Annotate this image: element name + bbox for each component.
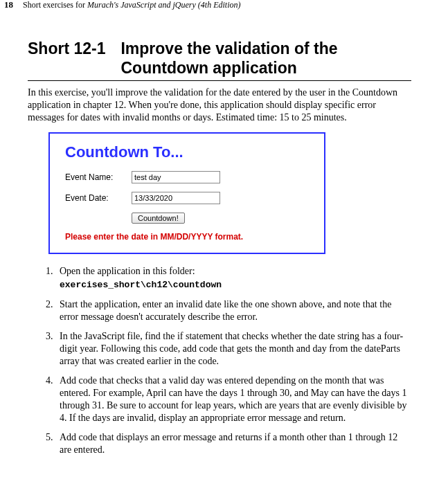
steps-list: Open the application in this folder: exe… (28, 265, 411, 456)
event-name-label: Event Name: (65, 172, 132, 182)
running-title-prefix: Short exercises for (23, 0, 87, 10)
exercise-title: Short 12-1 Improve the validation of the… (28, 39, 411, 78)
step-4: Add code that checks that a valid day wa… (55, 375, 411, 424)
error-message: Please enter the date in MM/DD/YYYY form… (65, 232, 309, 242)
running-title: Short exercises for Murach's JavaScript … (23, 0, 241, 10)
exercise-number: Short 12-1 (28, 39, 120, 58)
step-5: Add code that displays an error message … (55, 431, 411, 456)
application-screenshot: Countdown To... Event Name: test day Eve… (48, 132, 325, 254)
event-date-row: Event Date: 13/33/2020 (65, 192, 309, 204)
countdown-button[interactable]: Countdown! (132, 213, 185, 224)
content: Short 12-1 Improve the validation of the… (0, 14, 439, 477)
app-title: Countdown To... (65, 143, 309, 161)
event-date-label: Event Date: (65, 193, 132, 203)
event-name-row: Event Name: test day (65, 171, 309, 183)
step-1-text: Open the application in this folder: (60, 266, 195, 276)
step-2: Start the application, enter an invalid … (55, 298, 411, 323)
book-title: Murach's JavaScript and jQuery (4th Edit… (87, 0, 241, 10)
intro-paragraph: In this exercise, you'll improve the val… (28, 87, 411, 124)
step-1-path: exercises_short\ch12\countdown (60, 279, 411, 291)
page-number: 18 (0, 0, 23, 10)
event-name-input[interactable]: test day (132, 171, 220, 183)
running-header: 18 Short exercises for Murach's JavaScri… (0, 0, 439, 14)
button-row: Countdown! (132, 213, 309, 224)
exercise-name: Improve the validation of the Countdown … (120, 39, 411, 78)
page: 18 Short exercises for Murach's JavaScri… (0, 0, 439, 477)
event-date-input[interactable]: 13/33/2020 (132, 192, 220, 204)
title-rule (28, 80, 411, 81)
step-3: In the JavaScript file, find the if stat… (55, 330, 411, 368)
step-1: Open the application in this folder: exe… (55, 265, 411, 291)
